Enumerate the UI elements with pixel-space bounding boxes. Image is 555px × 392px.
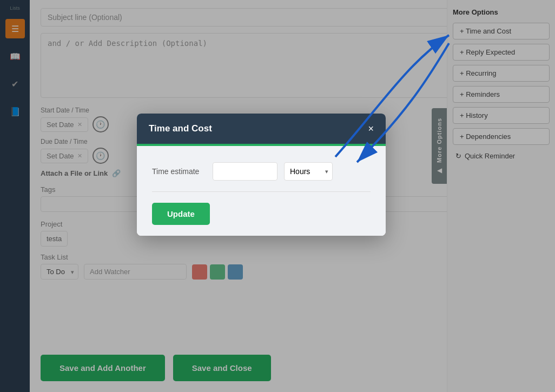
modal-close-button[interactable]: × bbox=[368, 124, 374, 134]
modal-update-button[interactable]: Update bbox=[152, 203, 210, 225]
modal-overlay: Time and Cost × Time estimate Hours Minu… bbox=[0, 0, 555, 392]
unit-select-wrapper: Hours Minutes Days bbox=[284, 162, 333, 181]
background-page: Lists ☰ 📖 ✔ 📘 Start Date / Time Set Date… bbox=[0, 0, 555, 392]
modal-divider bbox=[152, 191, 371, 192]
modal-body: Time estimate Hours Minutes Days Update bbox=[137, 146, 386, 236]
modal-title: Time and Cost bbox=[149, 123, 212, 134]
time-estimate-row: Time estimate Hours Minutes Days bbox=[152, 162, 371, 181]
modal-header: Time and Cost × bbox=[137, 114, 386, 144]
unit-select[interactable]: Hours Minutes Days bbox=[284, 162, 333, 181]
time-estimate-input[interactable] bbox=[213, 162, 278, 181]
time-cost-modal: Time and Cost × Time estimate Hours Minu… bbox=[137, 114, 386, 236]
time-estimate-label: Time estimate bbox=[152, 167, 206, 176]
